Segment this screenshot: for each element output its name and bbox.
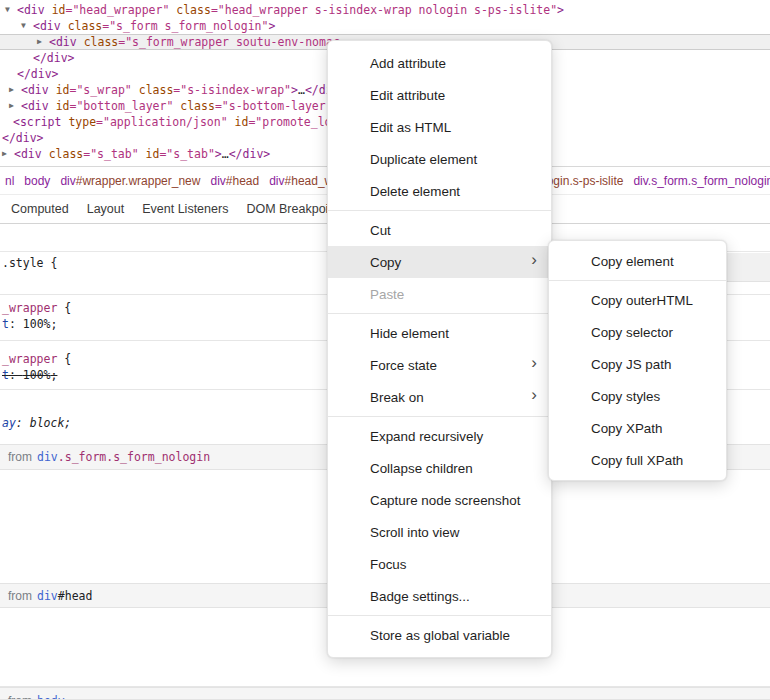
token-attr: id bbox=[49, 99, 70, 113]
menu-item-paste[interactable]: Paste bbox=[328, 278, 551, 310]
menu-separator bbox=[549, 280, 726, 281]
token-val: ="s_tab" bbox=[83, 147, 138, 161]
copy-submenu: Copy elementCopy outerHTMLCopy selectorC… bbox=[548, 240, 727, 481]
menu-item-scroll-into-view[interactable]: Scroll into view bbox=[328, 516, 551, 548]
menu-item-copy-selector[interactable]: Copy selector bbox=[549, 316, 726, 348]
token-val: ="s_form_wrapper soutu-env-nomac bbox=[118, 35, 340, 49]
dom-node-text: <div class="s_tab" id="s_tab">…</div> bbox=[14, 146, 270, 162]
token-val: ="promote_log bbox=[248, 115, 338, 129]
token-val: ="s-isindex-wrap" bbox=[173, 83, 291, 97]
breadcrumb-item[interactable]: div.s_form.s_form_nologin bbox=[628, 174, 770, 188]
menu-item-copy[interactable]: Copy› bbox=[328, 246, 551, 278]
menu-item-cut[interactable]: Cut bbox=[328, 214, 551, 246]
token-cssval: block bbox=[30, 416, 65, 430]
token-plain: { bbox=[57, 301, 71, 315]
menu-item-badge-settings[interactable]: Badge settings... bbox=[328, 580, 551, 612]
token-tag: <div bbox=[17, 3, 45, 17]
menu-item-hide-element[interactable]: Hide element bbox=[328, 317, 551, 349]
menu-item-focus[interactable]: Focus bbox=[328, 548, 551, 580]
menu-item-collapse-children[interactable]: Collapse children bbox=[328, 452, 551, 484]
menu-item-label: Collapse children bbox=[370, 461, 473, 476]
collapse-arrow-icon[interactable]: ▼ bbox=[21, 18, 26, 34]
token-ld: #head bbox=[58, 589, 93, 603]
menu-item-edit-attribute[interactable]: Edit attribute bbox=[328, 79, 551, 111]
css-line[interactable]: t: 100%; bbox=[2, 316, 57, 332]
menu-item-edit-as-html[interactable]: Edit as HTML bbox=[328, 111, 551, 143]
tab-layout[interactable]: Layout bbox=[78, 202, 134, 216]
menu-item-copy-outerhtml[interactable]: Copy outerHTML bbox=[549, 284, 726, 316]
menu-separator bbox=[328, 313, 551, 314]
token-attr: class bbox=[132, 83, 174, 97]
token-ellipsis: … bbox=[298, 83, 305, 97]
css-line[interactable]: _wrapper { bbox=[2, 351, 71, 367]
token-cssval: 100% bbox=[23, 368, 51, 382]
menu-item-force-state[interactable]: Force state› bbox=[328, 349, 551, 381]
breadcrumb-item[interactable]: div#head bbox=[205, 174, 264, 188]
expand-arrow-icon[interactable]: ▶ bbox=[2, 146, 7, 162]
menu-item-label: Copy element bbox=[591, 254, 674, 269]
token-attr: class bbox=[169, 3, 211, 17]
token-attr: class bbox=[173, 99, 215, 113]
css-line[interactable]: .style { bbox=[2, 255, 57, 271]
token-tag: > bbox=[557, 3, 564, 17]
expand-arrow-icon[interactable]: ▶ bbox=[37, 34, 42, 50]
token-prop: t bbox=[2, 317, 9, 331]
breadcrumb-item[interactable]: body bbox=[19, 174, 55, 188]
token-attr: class bbox=[61, 19, 103, 33]
menu-item-label: Duplicate element bbox=[370, 152, 477, 167]
token-tagsel: .s_form.s_form_nologin bbox=[648, 174, 770, 188]
menu-item-label: Expand recursively bbox=[370, 429, 483, 444]
menu-item-delete-element[interactable]: Delete element bbox=[328, 175, 551, 207]
token-tag: </div> bbox=[33, 51, 75, 65]
menu-item-capture-node-screenshot[interactable]: Capture node screenshot bbox=[328, 484, 551, 516]
token-tag: > bbox=[215, 147, 222, 161]
token-tag: </div> bbox=[17, 67, 59, 81]
menu-item-label: Copy outerHTML bbox=[591, 293, 693, 308]
menu-item-copy-xpath[interactable]: Copy XPath bbox=[549, 412, 726, 444]
token-val: ="head_wrapper" bbox=[65, 3, 169, 17]
token-ellipsis: … bbox=[222, 147, 229, 161]
node-link[interactable]: div#head bbox=[37, 589, 92, 603]
css-line[interactable]: t: 100%; bbox=[2, 367, 57, 383]
css-line[interactable]: ay: block; bbox=[2, 415, 71, 431]
expand-arrow-icon[interactable]: ▶ bbox=[9, 98, 14, 114]
token-tag: <div bbox=[21, 83, 49, 97]
menu-item-copy-styles[interactable]: Copy styles bbox=[549, 380, 726, 412]
tab-computed[interactable]: Computed bbox=[2, 202, 78, 216]
menu-item-break-on[interactable]: Break on› bbox=[328, 381, 551, 413]
breadcrumb-item[interactable]: div#wrapper.wrapper_new bbox=[55, 174, 205, 188]
menu-item-copy-full-xpath[interactable]: Copy full XPath bbox=[549, 444, 726, 476]
token-val: ="bottom_layer" bbox=[69, 99, 173, 113]
menu-item-duplicate-element[interactable]: Duplicate element bbox=[328, 143, 551, 175]
token-val: ="application/json" bbox=[96, 115, 228, 129]
menu-item-label: Copy selector bbox=[591, 325, 673, 340]
collapse-arrow-icon[interactable]: ▼ bbox=[5, 2, 10, 18]
token-val: ="s_wrap" bbox=[69, 83, 131, 97]
token-plain: ; bbox=[64, 416, 71, 430]
menu-item-store-as-global-variable[interactable]: Store as global variable bbox=[328, 619, 551, 651]
token-lt: div bbox=[37, 589, 58, 603]
menu-item-copy-js-path[interactable]: Copy JS path bbox=[549, 348, 726, 380]
expand-arrow-icon[interactable]: ▶ bbox=[9, 82, 14, 98]
dom-node-text: </div> bbox=[33, 50, 75, 66]
menu-item-label: Add attribute bbox=[370, 56, 446, 71]
token-plain: : bbox=[9, 317, 23, 331]
token-val: ="s_form s_form_nologin" bbox=[102, 19, 268, 33]
menu-item-expand-recursively[interactable]: Expand recursively bbox=[328, 420, 551, 452]
menu-item-add-attribute[interactable]: Add attribute bbox=[328, 47, 551, 79]
node-link[interactable]: div.s_form.s_form_nologin bbox=[37, 450, 210, 464]
menu-item-label: Copy JS path bbox=[591, 357, 671, 372]
token-lt: body bbox=[37, 694, 65, 700]
dom-node-row[interactable]: ▼<div class="s_form s_form_nologin"> bbox=[0, 18, 770, 34]
token-lc: .s_form.s_form_nologin bbox=[58, 450, 210, 464]
css-line[interactable]: _wrapper { bbox=[2, 300, 71, 316]
tab-event-listeners[interactable]: Event Listeners bbox=[133, 202, 237, 216]
token-val: ="s_tab" bbox=[159, 147, 214, 161]
token-tag: </div> bbox=[229, 147, 271, 161]
dom-node-row[interactable]: ▼<div id="head_wrapper" class="head_wrap… bbox=[0, 2, 770, 18]
breadcrumb-item[interactable]: nl bbox=[0, 174, 19, 188]
token-sel: #head bbox=[226, 174, 259, 188]
token-plain: .style { bbox=[2, 256, 57, 270]
menu-item-copy-element[interactable]: Copy element bbox=[549, 245, 726, 277]
node-link[interactable]: body bbox=[37, 694, 65, 700]
